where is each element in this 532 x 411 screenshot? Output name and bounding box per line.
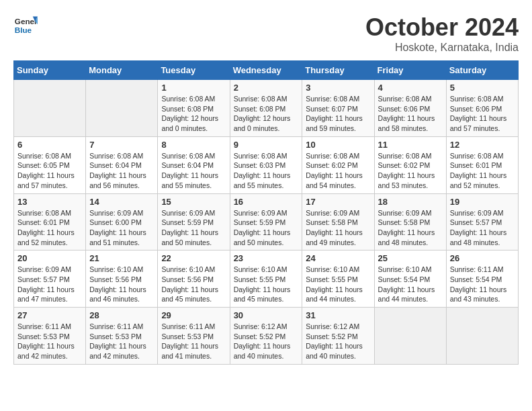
calendar-cell: 28Sunrise: 6:11 AM Sunset: 5:53 PM Dayli… <box>86 308 158 365</box>
calendar-cell: 13Sunrise: 6:08 AM Sunset: 6:01 PM Dayli… <box>14 193 86 250</box>
day-number: 26 <box>450 253 515 263</box>
calendar-week-row: 13Sunrise: 6:08 AM Sunset: 6:01 PM Dayli… <box>14 193 519 250</box>
day-number: 22 <box>161 253 226 263</box>
day-number: 23 <box>234 253 299 263</box>
day-number: 3 <box>306 83 370 93</box>
day-info: Sunrise: 6:09 AM Sunset: 5:58 PM Dayligh… <box>306 208 370 248</box>
day-info: Sunrise: 6:10 AM Sunset: 5:55 PM Dayligh… <box>234 265 299 304</box>
calendar-cell <box>14 80 86 137</box>
day-info: Sunrise: 6:08 AM Sunset: 6:02 PM Dayligh… <box>378 151 443 191</box>
weekday-header: Sunday <box>14 61 86 80</box>
day-number: 2 <box>234 83 299 93</box>
page-header: General Blue October 2024 Hoskote, Karna… <box>13 13 519 54</box>
day-info: Sunrise: 6:10 AM Sunset: 5:56 PM Dayligh… <box>161 265 226 304</box>
calendar-cell: 15Sunrise: 6:09 AM Sunset: 5:59 PM Dayli… <box>158 193 230 250</box>
day-number: 15 <box>161 197 226 207</box>
calendar-cell: 16Sunrise: 6:09 AM Sunset: 5:59 PM Dayli… <box>230 193 302 250</box>
calendar-week-row: 1Sunrise: 6:08 AM Sunset: 6:08 PM Daylig… <box>14 80 519 137</box>
day-number: 30 <box>234 310 299 320</box>
calendar-cell: 17Sunrise: 6:09 AM Sunset: 5:58 PM Dayli… <box>302 193 374 250</box>
calendar-cell: 30Sunrise: 6:12 AM Sunset: 5:52 PM Dayli… <box>230 308 302 365</box>
day-number: 19 <box>450 197 515 207</box>
calendar-week-row: 20Sunrise: 6:09 AM Sunset: 5:57 PM Dayli… <box>14 250 519 308</box>
day-info: Sunrise: 6:08 AM Sunset: 6:05 PM Dayligh… <box>17 151 82 191</box>
day-info: Sunrise: 6:08 AM Sunset: 6:06 PM Dayligh… <box>378 94 443 134</box>
day-number: 17 <box>306 197 370 207</box>
day-number: 28 <box>89 310 154 320</box>
calendar-cell: 31Sunrise: 6:12 AM Sunset: 5:52 PM Dayli… <box>302 308 374 365</box>
day-number: 16 <box>234 197 299 207</box>
calendar-cell: 3Sunrise: 6:08 AM Sunset: 6:07 PM Daylig… <box>302 80 374 137</box>
day-info: Sunrise: 6:08 AM Sunset: 6:04 PM Dayligh… <box>161 151 226 191</box>
day-info: Sunrise: 6:08 AM Sunset: 6:01 PM Dayligh… <box>450 151 515 191</box>
day-info: Sunrise: 6:11 AM Sunset: 5:54 PM Dayligh… <box>450 265 515 304</box>
day-info: Sunrise: 6:09 AM Sunset: 5:59 PM Dayligh… <box>161 208 226 248</box>
day-info: Sunrise: 6:12 AM Sunset: 5:52 PM Dayligh… <box>234 322 299 361</box>
day-number: 1 <box>161 83 226 93</box>
day-number: 14 <box>89 197 154 207</box>
logo-icon: General Blue <box>13 13 38 38</box>
day-number: 7 <box>89 140 154 150</box>
day-info: Sunrise: 6:09 AM Sunset: 5:57 PM Dayligh… <box>17 265 82 304</box>
calendar-cell: 6Sunrise: 6:08 AM Sunset: 6:05 PM Daylig… <box>14 136 86 193</box>
calendar-cell: 2Sunrise: 6:08 AM Sunset: 6:08 PM Daylig… <box>230 80 302 137</box>
day-info: Sunrise: 6:08 AM Sunset: 6:02 PM Dayligh… <box>306 151 370 191</box>
day-number: 4 <box>378 83 443 93</box>
calendar-cell: 23Sunrise: 6:10 AM Sunset: 5:55 PM Dayli… <box>230 250 302 308</box>
calendar-cell: 19Sunrise: 6:09 AM Sunset: 5:57 PM Dayli… <box>446 193 518 250</box>
calendar-cell: 25Sunrise: 6:10 AM Sunset: 5:54 PM Dayli… <box>374 250 446 308</box>
weekday-header-row: SundayMondayTuesdayWednesdayThursdayFrid… <box>14 61 519 80</box>
day-number: 5 <box>450 83 515 93</box>
logo: General Blue <box>13 13 38 38</box>
day-info: Sunrise: 6:08 AM Sunset: 6:07 PM Dayligh… <box>306 94 370 134</box>
calendar-table: SundayMondayTuesdayWednesdayThursdayFrid… <box>13 60 519 365</box>
day-number: 13 <box>17 197 82 207</box>
day-number: 8 <box>161 140 226 150</box>
day-number: 25 <box>378 253 443 263</box>
calendar-cell: 22Sunrise: 6:10 AM Sunset: 5:56 PM Dayli… <box>158 250 230 308</box>
calendar-cell <box>86 80 158 137</box>
svg-text:Blue: Blue <box>15 26 32 34</box>
calendar-cell: 27Sunrise: 6:11 AM Sunset: 5:53 PM Dayli… <box>14 308 86 365</box>
calendar-cell: 18Sunrise: 6:09 AM Sunset: 5:58 PM Dayli… <box>374 193 446 250</box>
day-number: 18 <box>378 197 443 207</box>
calendar-cell: 21Sunrise: 6:10 AM Sunset: 5:56 PM Dayli… <box>86 250 158 308</box>
calendar-cell: 12Sunrise: 6:08 AM Sunset: 6:01 PM Dayli… <box>446 136 518 193</box>
calendar-cell: 10Sunrise: 6:08 AM Sunset: 6:02 PM Dayli… <box>302 136 374 193</box>
day-number: 21 <box>89 253 154 263</box>
day-number: 31 <box>306 310 370 320</box>
day-number: 10 <box>306 140 370 150</box>
calendar-week-row: 27Sunrise: 6:11 AM Sunset: 5:53 PM Dayli… <box>14 308 519 365</box>
day-info: Sunrise: 6:08 AM Sunset: 6:01 PM Dayligh… <box>17 208 82 248</box>
calendar-cell: 11Sunrise: 6:08 AM Sunset: 6:02 PM Dayli… <box>374 136 446 193</box>
day-info: Sunrise: 6:10 AM Sunset: 5:55 PM Dayligh… <box>306 265 370 304</box>
day-info: Sunrise: 6:09 AM Sunset: 6:00 PM Dayligh… <box>89 208 154 248</box>
month-title: October 2024 <box>365 13 519 42</box>
calendar-cell <box>374 308 446 365</box>
title-block: October 2024 Hoskote, Karnataka, India <box>365 13 519 54</box>
calendar-cell: 26Sunrise: 6:11 AM Sunset: 5:54 PM Dayli… <box>446 250 518 308</box>
calendar-cell: 20Sunrise: 6:09 AM Sunset: 5:57 PM Dayli… <box>14 250 86 308</box>
calendar-week-row: 6Sunrise: 6:08 AM Sunset: 6:05 PM Daylig… <box>14 136 519 193</box>
day-info: Sunrise: 6:09 AM Sunset: 5:59 PM Dayligh… <box>234 208 299 248</box>
calendar-cell: 7Sunrise: 6:08 AM Sunset: 6:04 PM Daylig… <box>86 136 158 193</box>
day-info: Sunrise: 6:11 AM Sunset: 5:53 PM Dayligh… <box>161 322 226 361</box>
weekday-header: Friday <box>374 61 446 80</box>
calendar-cell: 14Sunrise: 6:09 AM Sunset: 6:00 PM Dayli… <box>86 193 158 250</box>
day-info: Sunrise: 6:08 AM Sunset: 6:08 PM Dayligh… <box>234 94 299 134</box>
weekday-header: Tuesday <box>158 61 230 80</box>
weekday-header: Monday <box>86 61 158 80</box>
day-number: 12 <box>450 140 515 150</box>
day-info: Sunrise: 6:08 AM Sunset: 6:06 PM Dayligh… <box>450 94 515 134</box>
weekday-header: Saturday <box>446 61 518 80</box>
day-info: Sunrise: 6:10 AM Sunset: 5:54 PM Dayligh… <box>378 265 443 304</box>
day-info: Sunrise: 6:08 AM Sunset: 6:04 PM Dayligh… <box>89 151 154 191</box>
calendar-cell: 4Sunrise: 6:08 AM Sunset: 6:06 PM Daylig… <box>374 80 446 137</box>
calendar-cell: 24Sunrise: 6:10 AM Sunset: 5:55 PM Dayli… <box>302 250 374 308</box>
calendar-cell: 29Sunrise: 6:11 AM Sunset: 5:53 PM Dayli… <box>158 308 230 365</box>
day-number: 27 <box>17 310 82 320</box>
calendar-cell: 1Sunrise: 6:08 AM Sunset: 6:08 PM Daylig… <box>158 80 230 137</box>
day-info: Sunrise: 6:11 AM Sunset: 5:53 PM Dayligh… <box>17 322 82 361</box>
calendar-cell: 8Sunrise: 6:08 AM Sunset: 6:04 PM Daylig… <box>158 136 230 193</box>
day-info: Sunrise: 6:09 AM Sunset: 5:58 PM Dayligh… <box>378 208 443 248</box>
